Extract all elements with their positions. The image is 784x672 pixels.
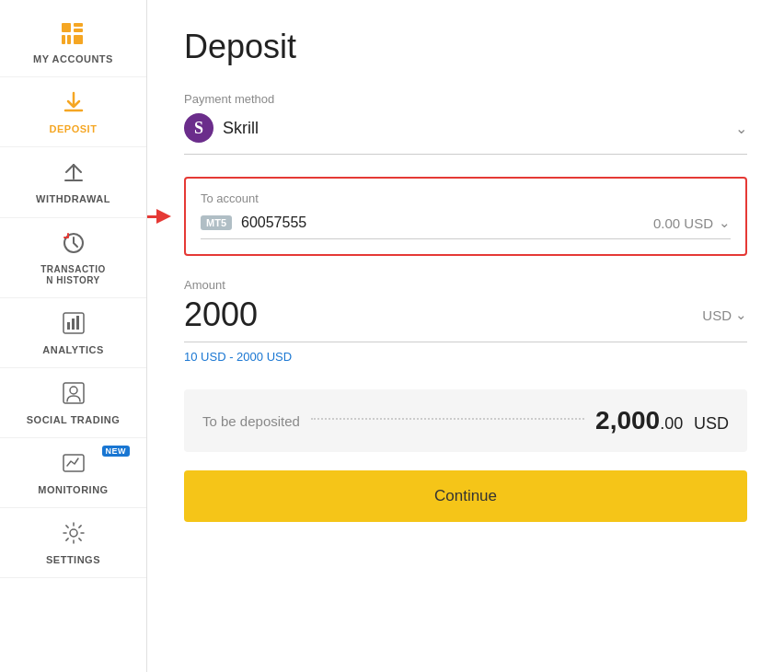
arrow-head	[156, 209, 171, 224]
svg-rect-0	[62, 23, 71, 32]
chevron-down-icon: ⌄	[719, 214, 731, 231]
amount-row: 2000 USD ⌄	[184, 295, 747, 342]
svg-rect-2	[74, 29, 83, 32]
account-balance: 0.00 USD ⌄	[653, 214, 731, 231]
svg-point-14	[70, 529, 77, 537]
payment-method-name: Skrill	[223, 119, 259, 138]
continue-button[interactable]: Continue	[184, 470, 747, 522]
sidebar-item-label: DEPOSIT	[50, 123, 98, 135]
sidebar: MY ACCOUNTS DEPOSIT WITHDRAWAL	[0, 0, 147, 672]
sidebar-item-my-accounts[interactable]: MY ACCOUNTS	[0, 9, 146, 77]
svg-rect-4	[67, 35, 71, 44]
currency-selector[interactable]: USD ⌄	[702, 307, 747, 323]
annotation-arrow	[147, 209, 171, 224]
new-badge: NEW	[102, 446, 131, 457]
arrow-line	[147, 215, 156, 218]
account-info: MT5 60057555	[201, 214, 306, 231]
payment-method-label: Payment method	[184, 92, 747, 106]
svg-rect-5	[74, 35, 83, 44]
chevron-down-icon: ⌄	[735, 120, 747, 137]
to-account-label: To account	[201, 191, 731, 205]
range-min: 10 USD	[184, 350, 226, 364]
withdrawal-icon	[62, 160, 86, 190]
account-number: 60057555	[241, 214, 306, 231]
range-separator: -	[229, 350, 236, 364]
payment-method-info: S Skrill	[184, 113, 259, 143]
to-account-box: To account MT5 60057555 0.00 USD ⌄	[184, 177, 747, 256]
amount-value[interactable]: 2000	[184, 295, 258, 334]
sidebar-item-transaction-history[interactable]: TRANSACTION HISTORY	[0, 218, 146, 298]
sidebar-item-label: SOCIAL TRADING	[27, 414, 121, 426]
chevron-down-icon: ⌄	[735, 307, 747, 323]
currency-label: USD	[702, 307, 732, 323]
sidebar-item-label: ANALYTICS	[42, 344, 103, 356]
account-row[interactable]: MT5 60057555 0.00 USD ⌄	[201, 214, 731, 239]
range-hint: 10 USD - 2000 USD	[184, 350, 747, 364]
settings-icon	[62, 521, 86, 550]
sidebar-item-analytics[interactable]: ANALYTICS	[0, 298, 146, 368]
svg-rect-9	[72, 319, 75, 330]
sidebar-item-label: MONITORING	[38, 484, 108, 496]
sidebar-item-label: MY ACCOUNTS	[33, 53, 113, 65]
svg-point-12	[70, 387, 77, 394]
svg-rect-3	[62, 35, 65, 44]
deposit-amount-currency: USD	[694, 414, 729, 433]
deposit-amount: 2,000.00 USD	[595, 406, 729, 435]
svg-rect-10	[76, 316, 79, 330]
dotted-line	[311, 418, 584, 420]
sidebar-item-label: WITHDRAWAL	[36, 193, 110, 205]
sidebar-item-deposit[interactable]: DEPOSIT	[0, 77, 146, 147]
svg-rect-8	[67, 322, 70, 330]
skrill-logo: S	[184, 113, 213, 143]
amount-label: Amount	[184, 278, 747, 292]
sidebar-item-withdrawal[interactable]: WITHDRAWAL	[0, 147, 146, 217]
to-account-section: To account MT5 60057555 0.00 USD ⌄	[184, 177, 747, 256]
social-trading-icon	[62, 381, 86, 411]
deposit-icon	[62, 90, 86, 120]
deposit-amount-cents: .00	[660, 414, 683, 433]
sidebar-item-social-trading[interactable]: SOCIAL TRADING	[0, 368, 146, 438]
svg-rect-1	[74, 23, 83, 27]
range-max: 2000 USD	[236, 350, 292, 364]
mt5-badge: MT5	[201, 215, 232, 230]
sidebar-item-label: SETTINGS	[46, 554, 100, 566]
deposit-summary: To be deposited 2,000.00 USD	[184, 389, 747, 452]
page-title: Deposit	[184, 28, 747, 66]
analytics-icon	[62, 311, 86, 341]
sidebar-item-label: TRANSACTION HISTORY	[40, 264, 106, 286]
payment-method-selector[interactable]: S Skrill ⌄	[184, 113, 747, 155]
monitoring-icon	[62, 451, 86, 481]
sidebar-item-monitoring[interactable]: NEW MONITORING	[0, 438, 146, 508]
sidebar-item-settings[interactable]: SETTINGS	[0, 508, 146, 578]
history-icon	[62, 231, 86, 261]
deposit-summary-label: To be deposited	[202, 413, 300, 429]
main-content: Deposit Payment method S Skrill ⌄ To acc…	[147, 0, 784, 672]
deposit-amount-main: 2,000	[595, 406, 660, 434]
accounts-icon	[61, 22, 86, 50]
